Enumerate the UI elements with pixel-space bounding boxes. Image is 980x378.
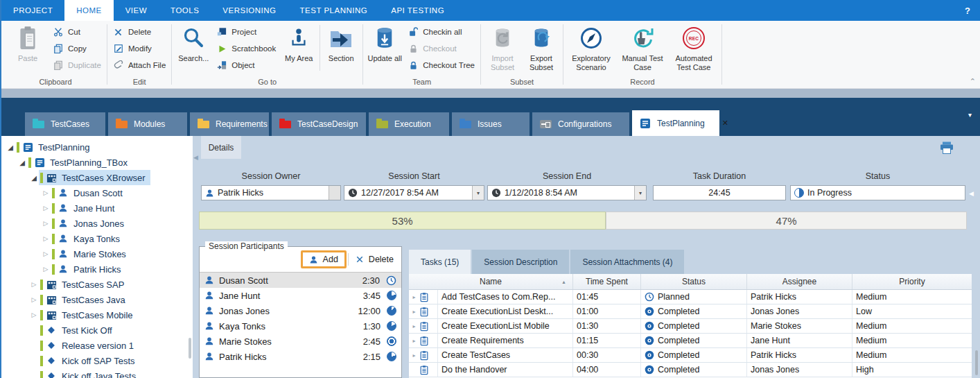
row-expand-icon[interactable]: ▸ — [410, 323, 418, 329]
goto-project-button[interactable]: Project — [213, 26, 279, 37]
goto-scratchbook-button[interactable]: Scratchbook — [213, 43, 279, 54]
tree-collapsed-icon[interactable]: ▷ — [29, 296, 39, 303]
tab-testplanning[interactable]: TestPlanning ✕ — [632, 110, 719, 136]
row-expand-icon[interactable]: ▸ — [410, 338, 418, 344]
export-subset-button[interactable]: Export Subset — [522, 21, 561, 74]
participant-row[interactable]: Marie Stokes2:45 — [200, 334, 401, 349]
participant-row[interactable]: Kaya Tonks1:30 — [200, 318, 401, 334]
session-end-field[interactable]: 1/12/2018 8:54 AM ▾ — [487, 185, 647, 200]
delete-participant-button[interactable]: Delete — [350, 252, 399, 266]
details-tab[interactable]: Details — [201, 136, 241, 159]
menu-tools[interactable]: TOOLS — [159, 0, 211, 21]
tree-collapsed-icon[interactable]: ▷ — [29, 311, 39, 318]
tree-item-testplanning[interactable]: ◢TestPlanning — [1, 139, 193, 155]
splitter-collapse-icon[interactable]: ◀ — [193, 154, 198, 161]
start-dropdown-button[interactable]: ▾ — [472, 186, 484, 200]
tree-collapsed-icon[interactable]: ▷ — [41, 220, 51, 227]
tree-scrollbar[interactable] — [189, 338, 191, 359]
checkout-tree-button[interactable]: Checkout Tree — [404, 60, 478, 71]
tasks-scrollbar[interactable] — [975, 350, 978, 375]
tab-issues[interactable]: Issues — [452, 112, 530, 136]
task-row[interactable]: ▸ Create Requirements 01:15 Completed Ja… — [409, 334, 972, 348]
attach-file-button[interactable]: Attach File — [110, 60, 169, 71]
panel-collapse-icon[interactable]: ◀ — [969, 190, 974, 197]
tree-collapsed-icon[interactable]: ▷ — [41, 250, 51, 257]
menu-test-planning[interactable]: TEST PLANNING — [288, 0, 380, 21]
menu-project[interactable]: PROJECT — [1, 0, 64, 21]
tree-expanded-icon[interactable]: ◢ — [6, 144, 15, 151]
tree-item-kick-off-java-tests[interactable]: Kick off Java Tests — [1, 368, 193, 378]
manual-test-case-button[interactable]: Manual Test Case — [617, 21, 668, 74]
tree-item-kick-off-sap-tests[interactable]: Kick off SAP Tests — [1, 353, 193, 368]
paste-button[interactable]: Paste — [6, 21, 49, 74]
search-button[interactable]: Search... — [174, 21, 213, 74]
tree-item-testcases-java[interactable]: ▷TestCases Java — [1, 292, 193, 307]
ribbon-collapse-icon[interactable]: ⌃ — [970, 77, 976, 86]
tree-item-testplanning-tbox[interactable]: ◢TestPlanning_TBox — [1, 155, 193, 170]
tab-session-description[interactable]: Session Description — [472, 250, 569, 274]
tree-item-release-version-1[interactable]: Release version 1 — [1, 338, 193, 353]
checkout-button[interactable]: Checkout — [404, 43, 478, 54]
tree-item-kaya-tonks[interactable]: ▷Kaya Tonks — [1, 231, 193, 246]
tab-modules[interactable]: Modules — [108, 112, 187, 136]
tree-item-testcases-mobile[interactable]: ▷TestCases Mobile — [1, 307, 193, 323]
tree-item-testcases-xbrowser[interactable]: ◢TestCases XBrowser — [1, 170, 193, 185]
tree-collapsed-icon[interactable]: ▷ — [41, 266, 51, 273]
participant-row[interactable]: Patrik Hicks2:15 — [200, 349, 401, 364]
participant-row[interactable]: Jane Hunt3:45 — [200, 288, 401, 303]
tab-session-attachments[interactable]: Session Attachments (4) — [570, 250, 684, 274]
menu-api-testing[interactable]: API TESTING — [379, 0, 456, 21]
row-expand-icon[interactable]: ▸ — [410, 352, 418, 359]
duplicate-button[interactable]: Duplicate — [49, 60, 105, 71]
tree-expanded-icon[interactable]: ◢ — [29, 174, 39, 182]
tab-configurations[interactable]: Configurations — [532, 112, 629, 136]
tab-execution[interactable]: Execution — [369, 112, 449, 136]
tab-tasks[interactable]: Tasks (15) — [409, 250, 471, 274]
tree-item-jane-hunt[interactable]: ▷Jane Hunt — [1, 200, 193, 216]
column-header-time-spent[interactable]: Time Spent — [573, 274, 641, 289]
add-participant-button[interactable]: Add — [301, 250, 347, 268]
participant-row[interactable]: Dusan Scott2:30 — [200, 273, 401, 288]
cut-button[interactable]: Cut — [49, 26, 105, 37]
task-duration-field[interactable]: 24:45 — [653, 185, 786, 200]
my-area-button[interactable]: My Area — [279, 21, 318, 74]
tab-testcases[interactable]: TestCases — [25, 112, 105, 136]
row-expand-icon[interactable]: ▸ — [410, 294, 418, 300]
tree-collapsed-icon[interactable]: ▷ — [29, 281, 39, 288]
print-icon[interactable] — [940, 141, 954, 156]
menu-versioning[interactable]: VERSIONING — [211, 0, 288, 21]
tab-requirements[interactable]: Requirements — [190, 112, 269, 136]
column-header-status[interactable]: Status — [641, 274, 747, 289]
tab-overflow-icon[interactable]: ▾ — [968, 111, 972, 119]
checkin-all-button[interactable]: Checkin all — [404, 26, 478, 37]
session-owner-field[interactable]: Patrik Hicks — [201, 185, 341, 200]
row-expand-icon[interactable]: ▸ — [410, 309, 418, 315]
delete-button[interactable]: Delete — [110, 26, 169, 37]
tree-item-marie-stokes[interactable]: ▷Marie Stokes — [1, 246, 193, 261]
help-icon[interactable]: ? — [955, 0, 980, 21]
tree-item-jonas-jones[interactable]: ▷Jonas Jones — [1, 216, 193, 231]
exploratory-scenario-button[interactable]: Exploratory Scenario — [566, 21, 617, 74]
tree-item-dusan-scott[interactable]: ▷Dusan Scott — [1, 185, 193, 200]
tree-collapsed-icon[interactable]: ▷ — [41, 235, 51, 242]
task-row[interactable]: ▸ Create TestCases 00:30 Completed Patri… — [409, 348, 972, 363]
end-dropdown-button[interactable]: ▾ — [634, 186, 646, 200]
update-all-button[interactable]: Update all — [365, 21, 404, 74]
import-subset-button[interactable]: Import Subset — [483, 21, 522, 74]
close-tab-icon[interactable]: ✕ — [722, 119, 728, 128]
copy-button[interactable]: Copy — [49, 43, 105, 54]
task-row[interactable]: ▸ Create ExecutionList Mobile 01:30 Comp… — [409, 319, 972, 334]
status-field[interactable]: In Progress — [790, 185, 965, 200]
task-row[interactable]: ▸ Add TestCases to Com.Rep... 01:45 Plan… — [409, 290, 972, 304]
menu-view[interactable]: VIEW — [114, 0, 159, 21]
task-row[interactable]: ▸ Create ExecutionList Deskt... 01:00 Co… — [409, 304, 972, 319]
owner-browse-button[interactable] — [329, 186, 340, 200]
tree-item-testcases-sap[interactable]: ▷TestCases SAP — [1, 277, 193, 292]
automated-test-case-button[interactable]: REC Automated Test Case — [668, 21, 719, 74]
tree-expanded-icon[interactable]: ◢ — [17, 159, 27, 166]
tree-item-patrik-hicks[interactable]: ▷Patrik Hicks — [1, 261, 193, 277]
section-button[interactable]: Section — [322, 21, 360, 74]
column-header-name[interactable]: Name▲ — [409, 274, 573, 289]
modify-button[interactable]: Modify — [110, 43, 169, 54]
task-row[interactable]: Do the Handover 04:00 Completed Jonas Jo… — [409, 363, 972, 377]
